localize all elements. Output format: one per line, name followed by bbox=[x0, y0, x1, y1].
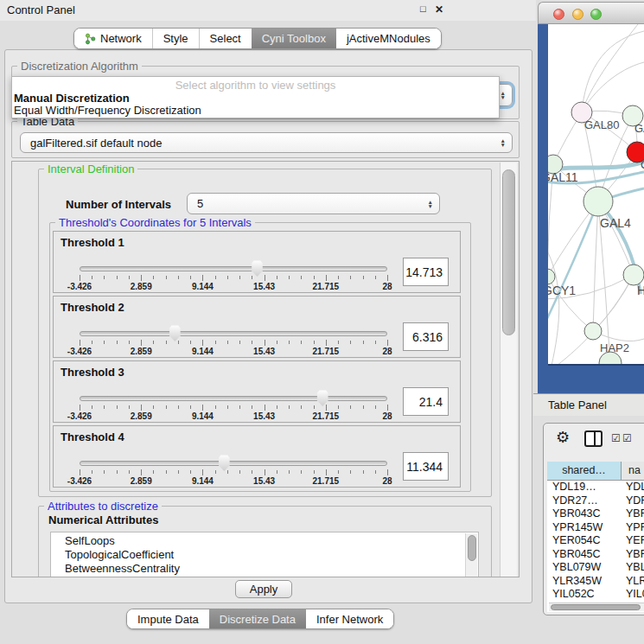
network-window-titlebar[interactable] bbox=[538, 2, 644, 24]
threshold-2-value-field[interactable]: 6.316 bbox=[403, 322, 449, 351]
tab-impute-data[interactable]: Impute Data bbox=[127, 609, 209, 628]
tick-mark bbox=[129, 470, 130, 474]
threshold-3-slider[interactable]: -3.4262.8599.14415.4321.71528 bbox=[80, 394, 387, 424]
tab-select[interactable]: Select bbox=[199, 29, 252, 48]
tick-mark bbox=[314, 470, 315, 474]
threshold-3-box: Threshold 3 -3.4262.8599.14415.4321.7152… bbox=[53, 360, 461, 423]
table-row[interactable]: YER054CYER0 bbox=[547, 534, 644, 548]
tab-network[interactable]: Network bbox=[74, 29, 152, 48]
threshold-2-slider[interactable]: -3.4262.8599.14415.4321.71528 bbox=[80, 329, 387, 359]
apply-button[interactable]: Apply bbox=[235, 580, 292, 598]
network-node-GAL4[interactable] bbox=[583, 187, 613, 216]
attributes-scrollbar[interactable] bbox=[465, 533, 477, 577]
threshold-3-value-field[interactable]: 21.4 bbox=[403, 387, 449, 416]
network-canvas[interactable]: GAL80GALCGAL11GAL4GCY1HHAP2 bbox=[548, 24, 644, 366]
threshold-4-slider[interactable]: -3.4262.8599.14415.4321.71528 bbox=[80, 459, 387, 488]
tab-discretize-data-label: Discretize Data bbox=[220, 613, 296, 626]
table-hscrollbar[interactable] bbox=[549, 603, 644, 611]
tick-mark bbox=[326, 469, 327, 475]
tick-mark bbox=[215, 341, 216, 344]
dropdown-option-manual-discretization[interactable]: Manual Discretization bbox=[14, 92, 130, 105]
tick-mark bbox=[301, 470, 302, 474]
tick-mark bbox=[387, 405, 388, 411]
tick-mark bbox=[289, 470, 290, 474]
traffic-light-minimize-icon[interactable] bbox=[572, 9, 583, 20]
split-view-icon[interactable] bbox=[584, 430, 603, 447]
slider-track[interactable] bbox=[80, 266, 387, 271]
attribute-list-item[interactable]: TopologicalCoefficient bbox=[51, 548, 464, 562]
traffic-light-close-icon[interactable] bbox=[553, 9, 564, 20]
table-row[interactable]: YPR145WYPR1 bbox=[547, 521, 644, 535]
tab-discretize-data[interactable]: Discretize Data bbox=[209, 609, 306, 628]
slider-track[interactable] bbox=[80, 396, 387, 401]
network-node-GCY1[interactable] bbox=[548, 269, 555, 284]
slider-track[interactable] bbox=[80, 461, 387, 466]
network-node-HAP2[interactable] bbox=[584, 322, 602, 340]
tick-mark bbox=[141, 469, 142, 475]
threshold-1-slider[interactable]: -3.4262.8599.14415.4321.71528 bbox=[80, 265, 387, 294]
float-icon[interactable]: □ bbox=[420, 3, 426, 14]
table-row[interactable]: YBL079WYBL0 bbox=[547, 561, 644, 575]
tick-mark bbox=[252, 276, 252, 279]
network-graph[interactable]: GAL80GALCGAL11GAL4GCY1HHAP2 bbox=[548, 24, 644, 366]
network-node-right-node[interactable] bbox=[623, 265, 644, 285]
slider-track[interactable] bbox=[80, 331, 387, 336]
table-hscrollbar-thumb[interactable] bbox=[551, 604, 641, 610]
scale-label: 2.859 bbox=[115, 347, 167, 356]
panel-title: Control Panel bbox=[7, 3, 75, 16]
table-row[interactable]: YBR045CYBR0 bbox=[547, 548, 644, 562]
tab-cyni-toolbox[interactable]: Cyni Toolbox bbox=[252, 29, 336, 48]
table-row[interactable]: YLR345WYLR3 bbox=[547, 575, 644, 589]
threshold-4-box: Threshold 4 -3.4262.8599.14415.4321.7152… bbox=[53, 425, 461, 488]
numerical-attributes-list[interactable]: SelfLoopsTopologicalCoefficientBetweenne… bbox=[50, 532, 479, 577]
attributes-scrollbar-thumb[interactable] bbox=[468, 535, 476, 561]
column-header-shared-name[interactable]: shared… bbox=[547, 462, 622, 480]
tick-mark bbox=[252, 341, 252, 344]
tick-mark bbox=[202, 405, 203, 411]
tab-style[interactable]: Style bbox=[152, 29, 199, 48]
node-table-window: ⚙ ☑ ☑ shared… na YDL19…YDL1YDR27…YDR2YBR… bbox=[543, 423, 644, 615]
threshold-1-value-field[interactable]: 14.713 bbox=[403, 258, 449, 286]
number-of-intervals-value: 5 bbox=[188, 197, 203, 210]
attribute-list-item[interactable]: BetweennessCentrality bbox=[51, 562, 464, 576]
close-icon[interactable]: ✕ bbox=[435, 3, 443, 16]
tick-mark bbox=[326, 275, 327, 281]
settings-scrollbar[interactable] bbox=[500, 163, 517, 577]
table-row[interactable]: YIL052CYIL0 bbox=[547, 588, 644, 602]
tab-infer-network[interactable]: Infer Network bbox=[306, 609, 393, 628]
table-panel-titlebar: Table Panel bbox=[533, 393, 644, 416]
tick-mark bbox=[277, 341, 277, 344]
tick-mark bbox=[80, 405, 80, 411]
column-header-name[interactable]: na bbox=[622, 462, 644, 480]
threshold-4-value-field[interactable]: 11.344 bbox=[403, 452, 449, 481]
checkbox-icon[interactable]: ☑ bbox=[611, 432, 621, 444]
tab-select-label: Select bbox=[210, 32, 241, 45]
tick-mark bbox=[104, 341, 105, 344]
tab-jactivemnodules[interactable]: jActiveMNodules bbox=[336, 29, 441, 48]
attribute-list-item[interactable]: SelfLoops bbox=[51, 534, 464, 548]
table-data-combobox[interactable]: galFiltered.sif default node ▲▼ bbox=[20, 132, 513, 153]
slider-scale: -3.4262.8599.14415.4321.71528 bbox=[80, 411, 387, 422]
scale-label: 9.144 bbox=[176, 476, 228, 486]
slider-ticks bbox=[80, 340, 387, 347]
tick-mark bbox=[202, 469, 203, 475]
tick-mark bbox=[265, 405, 265, 411]
table-row[interactable]: YDR27…YDR2 bbox=[547, 494, 644, 508]
tick-mark bbox=[289, 341, 290, 344]
table-row[interactable]: YDL19…YDL1 bbox=[547, 481, 644, 494]
tick-mark bbox=[227, 341, 228, 344]
tick-mark bbox=[239, 405, 240, 409]
tick-mark bbox=[202, 340, 203, 346]
table-rows: YDL19…YDL1YDR27…YDR2YBR043CYBR0YPR145WYP… bbox=[547, 481, 644, 602]
dropdown-option-equal-width-frequency[interactable]: Equal Width/Frequency Discretization bbox=[14, 104, 201, 117]
number-of-intervals-spinner[interactable]: 5 ▲▼ bbox=[187, 193, 440, 214]
slider-scale: -3.4262.8599.14415.4321.71528 bbox=[80, 347, 387, 357]
traffic-light-zoom-icon[interactable] bbox=[590, 9, 602, 20]
checkbox-icon[interactable]: ☑ bbox=[622, 432, 632, 444]
tick-mark bbox=[314, 405, 315, 409]
settings-scrollbar-thumb[interactable] bbox=[502, 169, 515, 335]
slider-scale: -3.4262.8599.14415.4321.71528 bbox=[80, 282, 387, 292]
table-row[interactable]: YBR043CYBR0 bbox=[547, 507, 644, 521]
gear-icon[interactable]: ⚙ bbox=[556, 428, 570, 447]
tick-mark bbox=[239, 470, 240, 474]
